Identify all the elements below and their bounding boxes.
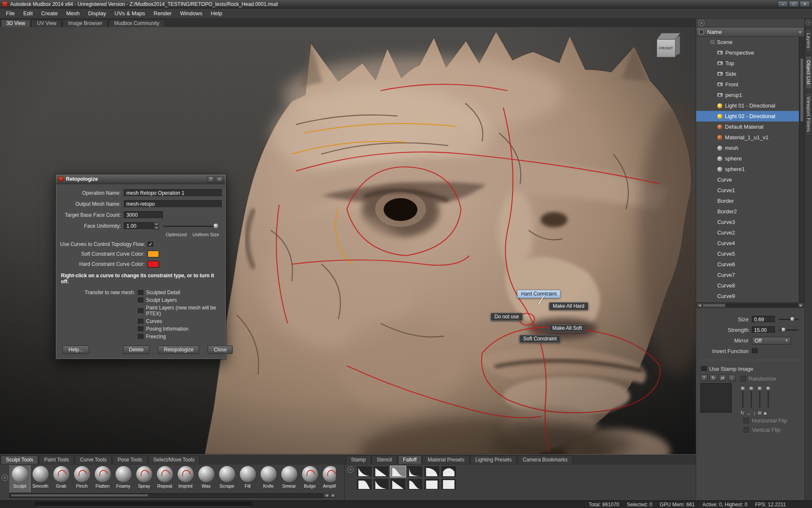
size-slider[interactable] xyxy=(779,319,798,320)
menu-item[interactable]: Edit xyxy=(19,8,37,19)
tool-button[interactable]: Spray xyxy=(134,465,154,492)
use-stamp-image-checkbox[interactable] xyxy=(701,366,707,372)
menu-item[interactable]: Render xyxy=(149,8,176,19)
stamp-preview[interactable] xyxy=(700,383,732,414)
randomize-checkbox[interactable] xyxy=(741,376,746,381)
object-list-item[interactable]: Light 02 - Directional xyxy=(696,111,804,121)
object-list-item[interactable]: Curve6 xyxy=(696,259,804,270)
transfer-option-checkbox[interactable] xyxy=(138,319,143,324)
stamp-help-button[interactable]: ? xyxy=(700,375,708,381)
view-tab[interactable]: Image Browser xyxy=(63,19,108,27)
object-list-item[interactable]: Curve3 xyxy=(696,217,804,227)
transfer-option-checkbox[interactable] xyxy=(138,298,143,303)
object-list-item[interactable]: Curve9 xyxy=(696,291,804,301)
transfer-option-checkbox[interactable] xyxy=(138,308,143,314)
transfer-option[interactable]: Sculpt Layers xyxy=(138,297,222,303)
side-panel-tab[interactable]: Layers xyxy=(805,29,812,52)
tool-button[interactable]: Scrape xyxy=(217,465,237,492)
tool-button[interactable]: Foamy xyxy=(113,465,134,492)
tree-scroll-left-icon[interactable]: ◄ xyxy=(697,303,702,308)
object-list-item[interactable]: Curve2 xyxy=(696,227,804,238)
tools-scrollbar-thumb[interactable] xyxy=(11,494,148,497)
retopologize-button[interactable]: Retopologize xyxy=(158,345,199,354)
falloff-preset[interactable] xyxy=(390,466,406,478)
tool-button[interactable]: Imprint xyxy=(175,465,196,492)
dialog-close-action-button[interactable]: Close xyxy=(208,345,233,354)
scroll-left-icon[interactable]: ◄ xyxy=(324,493,329,498)
transfer-option-checkbox[interactable] xyxy=(138,326,143,332)
tool-button[interactable]: Smooth xyxy=(30,465,51,492)
tree-horizontal-scrollbar[interactable]: ◄ ► xyxy=(696,302,804,308)
falloff-preset[interactable] xyxy=(356,478,372,490)
object-list-item[interactable]: Curve7 xyxy=(696,270,804,280)
tree-scrollbar-thumb[interactable] xyxy=(800,58,804,121)
menu-item[interactable]: Mesh xyxy=(62,8,84,19)
list-filter-icon[interactable] xyxy=(699,30,704,34)
tool-tray-tab[interactable]: Select/Move Tools xyxy=(148,456,200,464)
strip-chevron-icon[interactable]: » xyxy=(806,20,811,25)
menu-item[interactable]: Display xyxy=(84,8,110,19)
minimize-button[interactable]: – xyxy=(778,1,788,7)
preset-tray-tab[interactable]: Falloff xyxy=(398,456,422,464)
tool-button[interactable]: Knife xyxy=(258,465,279,492)
falloff-preset[interactable] xyxy=(390,478,406,490)
object-list-item[interactable]: Curve1 xyxy=(696,185,804,196)
object-list-item[interactable]: Curve8 xyxy=(696,280,804,291)
transfer-option[interactable]: Posing Information xyxy=(138,326,222,332)
tool-tray-tab[interactable]: Pose Tools xyxy=(112,456,147,464)
falloff-preset[interactable] xyxy=(356,466,372,478)
scroll-right-icon[interactable]: ► xyxy=(330,493,336,498)
side-panel-tab[interactable]: Object List xyxy=(805,56,812,88)
tools-scrollbar[interactable]: ◄ ► xyxy=(9,493,336,498)
close-button[interactable]: × xyxy=(800,1,810,7)
strength-slider[interactable] xyxy=(779,329,798,331)
tool-button[interactable]: Fill xyxy=(237,465,258,492)
object-list-item[interactable]: Curve xyxy=(696,174,804,185)
soft-constraint-color-swatch[interactable] xyxy=(148,251,159,257)
tool-button[interactable]: Amplify xyxy=(320,465,336,492)
object-list-item[interactable]: Scene xyxy=(696,37,804,47)
falloff-collapse-chevron-icon[interactable]: » xyxy=(347,467,354,473)
tool-button[interactable]: Flatten xyxy=(92,465,113,492)
object-list-item[interactable]: Perspective xyxy=(696,47,804,58)
delete-button[interactable]: Delete xyxy=(123,345,150,354)
transfer-option[interactable]: Curves xyxy=(138,318,222,324)
panel-collapse-chevron-icon[interactable]: » xyxy=(698,20,705,26)
marking-menu-item[interactable]: Soft Constraint xyxy=(519,335,560,343)
object-list-item[interactable]: Material_1_u1_v1 xyxy=(696,132,804,143)
tree-vertical-scrollbar[interactable] xyxy=(799,37,804,302)
transfer-option-checkbox[interactable] xyxy=(138,290,143,295)
hard-constraint-color-swatch[interactable] xyxy=(148,261,159,268)
randomize-slider[interactable] xyxy=(742,386,743,408)
spinner-down-icon[interactable]: ▼ xyxy=(154,226,159,230)
marking-menu-item[interactable]: Make All Soft xyxy=(549,324,586,332)
tool-button[interactable]: Smear xyxy=(279,465,299,492)
object-list-item[interactable]: mesh xyxy=(696,143,804,153)
tool-button[interactable]: Bulge xyxy=(299,465,320,492)
object-list-item[interactable]: Default Material xyxy=(696,121,804,132)
preset-tray-tab[interactable]: Lighting Presets xyxy=(470,456,517,464)
falloff-preset[interactable] xyxy=(407,466,423,478)
object-list-item[interactable]: Curve4 xyxy=(696,238,804,248)
randomize-slider[interactable] xyxy=(751,386,752,408)
object-list-item[interactable]: Border xyxy=(696,196,804,206)
menu-item[interactable]: File xyxy=(2,8,19,19)
stamp-transform-icon[interactable]: ↻ xyxy=(710,375,717,381)
stamp-option-icon[interactable]: ⊞ xyxy=(758,410,762,416)
randomize-slider[interactable] xyxy=(759,386,760,408)
stamp-option-icon[interactable]: ■ xyxy=(764,411,767,416)
spinner-up-icon[interactable]: ▲ xyxy=(154,222,159,226)
preset-tray-tab[interactable]: Stencil xyxy=(372,456,397,464)
object-list-header[interactable]: Name ◄ xyxy=(696,27,804,37)
falloff-preset[interactable] xyxy=(441,478,457,490)
transfer-option[interactable]: Sculpted Detail xyxy=(138,290,222,295)
object-list-item[interactable]: Side xyxy=(696,69,804,79)
menu-item[interactable]: UVs & Maps xyxy=(110,8,149,19)
object-list-item[interactable]: Curve5 xyxy=(696,248,804,259)
transfer-option[interactable]: Freezing xyxy=(138,334,222,340)
stamp-option-icon[interactable]: ↻ xyxy=(741,410,744,416)
view-cube[interactable]: FRONT xyxy=(653,33,680,62)
output-mesh-name-input[interactable] xyxy=(124,200,222,208)
tool-tray-tab[interactable]: Paint Tools xyxy=(39,456,74,464)
dialog-help-button[interactable]: ? xyxy=(207,176,214,182)
